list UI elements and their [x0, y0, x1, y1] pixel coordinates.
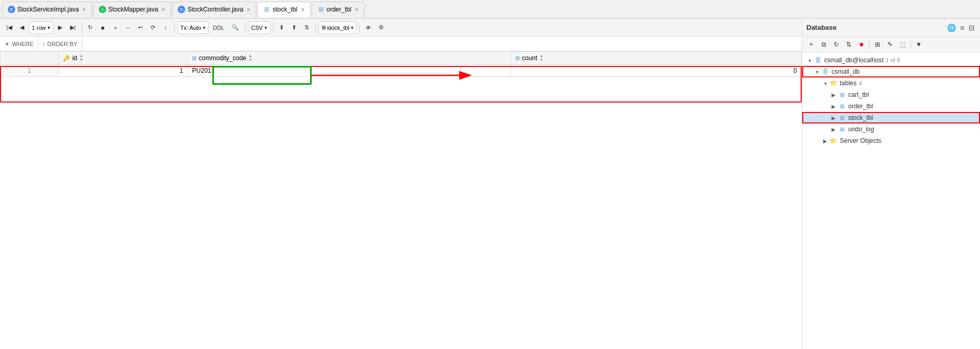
tree-item-tables[interactable]: ▾ 📁 tables 4: [802, 77, 980, 89]
db-console-btn[interactable]: ⬚: [897, 39, 908, 50]
col-commodity-code-header[interactable]: ⊞ commodity_code ▲▼: [188, 52, 511, 65]
ddl-btn[interactable]: DDL: [210, 21, 227, 34]
minimize-icon[interactable]: ⊟: [967, 22, 976, 33]
folder-icon: 📁: [829, 137, 838, 145]
db-sync-btn[interactable]: ⇅: [843, 39, 854, 50]
table-scroll[interactable]: 🔑 id ▲▼ ⊞ commodity_code ▲▼: [0, 51, 802, 349]
tab-label: stock_tbl: [272, 6, 297, 13]
order-by-filter[interactable]: ↕ ORDER BY: [38, 37, 82, 51]
tree-item-csmall_db@localhost[interactable]: ▾ 🗄 csmall_db@localhost 1 of 9: [802, 54, 980, 66]
reload-btn[interactable]: ⟳: [147, 21, 159, 34]
table-icon: ⊞: [838, 125, 846, 133]
delete-row-btn[interactable]: −: [122, 21, 134, 34]
cell-commodity-code[interactable]: PU201: [188, 65, 511, 77]
db-filter-btn[interactable]: ▼: [913, 39, 925, 50]
sep4: [273, 23, 274, 32]
tab-icon-grid: ⊞: [263, 6, 270, 13]
view-btn[interactable]: 👁: [362, 21, 374, 34]
tab-close-btn[interactable]: ✕: [355, 7, 359, 13]
revert-btn[interactable]: ↩: [135, 21, 146, 34]
tree-item-stock_tbl[interactable]: ▶ ⊞ stock_tbl: [802, 112, 980, 123]
row-number: 1: [1, 65, 59, 77]
settings-btn[interactable]: ⚙: [375, 21, 387, 34]
move-up-btn[interactable]: ↑: [160, 21, 172, 34]
nav-prev-btn[interactable]: ◀: [16, 21, 28, 34]
database-header: Database 🌐 ≡ ⊟: [802, 19, 980, 37]
tab-close-btn[interactable]: ✕: [246, 7, 250, 13]
tree-item-server_objects[interactable]: ▶ 📁 Server Objects: [802, 135, 980, 147]
col-count-header[interactable]: ⊞ count ▲▼: [511, 52, 802, 65]
tab-stock-mapper[interactable]: IStockMapper.java✕: [93, 2, 171, 17]
toolbar: |◀ ◀ 1 row ▾ ▶ ▶| ↻ ■ + − ↩ ⟳ ↑ Tx: Auto…: [0, 19, 802, 37]
nav-last-btn[interactable]: ▶|: [67, 21, 79, 34]
sep5: [315, 23, 316, 32]
refresh-btn[interactable]: ↻: [85, 21, 96, 34]
left-panel: |◀ ◀ 1 row ▾ ▶ ▶| ↻ ■ + − ↩ ⟳ ↑ Tx: Auto…: [0, 19, 802, 349]
table-row[interactable]: 1 1 PU201 0: [1, 65, 802, 77]
tab-stock-service[interactable]: CStockServiceImpl.java✕: [2, 2, 92, 17]
database-tree[interactable]: ▾ 🗄 csmall_db@localhost 1 of 9 ▾ 🗄 csmal…: [802, 52, 980, 349]
tree-item-csmall_db[interactable]: ▾ 🗄 csmall_db: [802, 66, 980, 77]
tab-close-btn[interactable]: ✕: [82, 7, 86, 13]
tab-stock-tbl[interactable]: ⊞stock_tbl✕: [257, 2, 310, 17]
db-refresh-btn[interactable]: ↻: [830, 39, 842, 50]
tab-stock-controller[interactable]: CStockController.java✕: [172, 2, 256, 17]
tx-dropdown[interactable]: Tx: Auto ▾: [177, 21, 209, 34]
tree-label: order_tbl: [848, 103, 873, 110]
folder-icon: 📁: [829, 79, 838, 87]
tree-item-undo_log[interactable]: ▶ ⊞ undo_log: [802, 123, 980, 135]
sep6: [359, 23, 360, 32]
tree-label: csmall_db: [831, 68, 860, 75]
tab-close-btn[interactable]: ✕: [161, 7, 165, 13]
db-sep2: [910, 40, 911, 49]
csv-dropdown[interactable]: CSV ▾: [248, 21, 270, 34]
tab-icon-c: C: [8, 6, 15, 13]
row-count-dropdown[interactable]: 1 row ▾: [29, 21, 53, 34]
tree-count: 1 of 9: [886, 57, 901, 63]
filter-icon: ▼: [4, 41, 10, 47]
stop-btn[interactable]: ■: [97, 21, 109, 34]
sep3: [245, 23, 245, 32]
upload-btn[interactable]: ⬆: [289, 21, 300, 34]
col-id-header[interactable]: 🔑 id ▲▼: [59, 52, 188, 65]
table-icon: ⊞: [838, 114, 846, 122]
tree-expand-btn[interactable]: ▶: [829, 127, 838, 132]
tree-expand-btn[interactable]: ▶: [829, 115, 838, 121]
db-stop-btn[interactable]: ■: [856, 39, 867, 50]
where-filter[interactable]: ▼ WHERE: [0, 37, 38, 51]
db-edit-btn[interactable]: ✎: [884, 39, 896, 50]
db-grid-btn[interactable]: ⊞: [872, 39, 883, 50]
tree-label: tables: [840, 80, 857, 87]
globe-icon[interactable]: 🌐: [946, 22, 957, 33]
cell-id[interactable]: 1: [59, 65, 188, 77]
nav-first-btn[interactable]: |◀: [3, 21, 15, 34]
search-btn[interactable]: 🔍: [229, 21, 242, 34]
db-icon: 🗄: [814, 56, 822, 64]
db-add-btn[interactable]: +: [805, 39, 817, 50]
tree-label: Server Objects: [840, 137, 881, 144]
tab-close-btn[interactable]: ✕: [301, 7, 305, 13]
tree-item-order_tbl[interactable]: ▶ ⊞ order_tbl: [802, 100, 980, 112]
tree-expand-btn[interactable]: ▾: [813, 69, 821, 75]
tree-label: undo_log: [848, 126, 874, 133]
cell-count[interactable]: 0: [511, 65, 802, 77]
tree-expand-btn[interactable]: ▶: [829, 104, 838, 109]
db-copy-btn[interactable]: ⧉: [818, 39, 829, 50]
download-btn[interactable]: ⬇: [276, 21, 288, 34]
tree-expand-btn[interactable]: ▶: [829, 92, 838, 98]
add-row-btn[interactable]: +: [110, 21, 121, 34]
tab-order-tbl[interactable]: ⊞order_tbl✕: [312, 2, 364, 17]
tree-expand-btn[interactable]: ▾: [805, 58, 814, 63]
order-icon: ↕: [42, 41, 45, 47]
db-icon: 🗄: [821, 67, 829, 76]
nav-next-btn[interactable]: ▶: [54, 21, 66, 34]
tree-expand-btn[interactable]: ▾: [821, 81, 829, 86]
sep1: [82, 23, 82, 32]
tab-label: StockController.java: [187, 6, 243, 13]
db-sep1: [869, 40, 870, 49]
sync-btn[interactable]: ⇅: [301, 21, 313, 34]
tree-expand-btn[interactable]: ▶: [821, 138, 829, 144]
list-icon[interactable]: ≡: [959, 22, 965, 33]
table-name-dropdown[interactable]: ⊞ stock_tbl ▾: [318, 21, 357, 34]
tree-item-cart_tbl[interactable]: ▶ ⊞ cart_tbl: [802, 89, 980, 100]
